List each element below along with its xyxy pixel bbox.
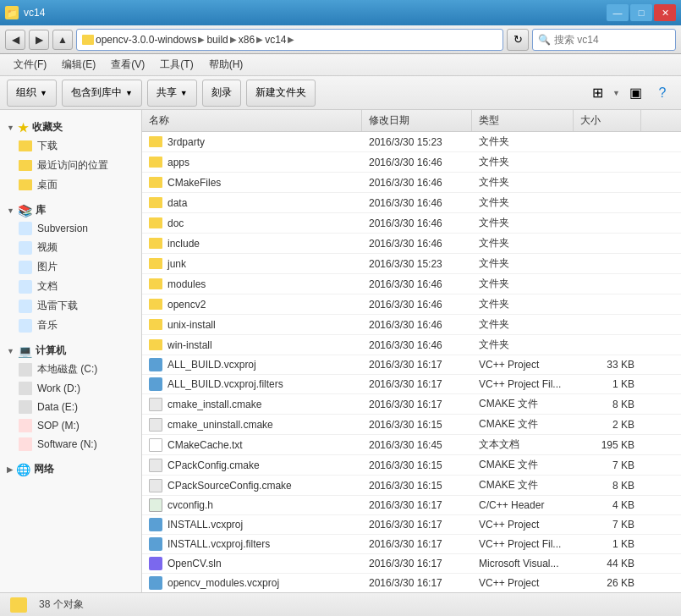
file-name: data [168,197,187,209]
video-icon [19,241,32,255]
new-folder-button[interactable]: 新建文件夹 [246,80,316,107]
forward-button[interactable]: ▶ [29,30,49,50]
breadcrumb[interactable]: opencv-3.0.0-windows ▶ build ▶ x86 ▶ vc1… [76,29,503,51]
view-chevron: ▼ [612,89,620,97]
col-header-name[interactable]: 名称 [142,110,362,131]
sidebar-item-documents[interactable]: 文档 [0,277,141,296]
table-row[interactable]: ALL_BUILD.vcxproj.filters 2016/3/30 16:1… [142,375,681,394]
table-row[interactable]: OpenCV.sln 2016/3/30 16:17 Microsoft Vis… [142,554,681,574]
breadcrumb-item-3[interactable]: x86 [239,34,255,46]
table-row[interactable]: doc 2016/3/30 16:46 文件夹 [142,213,681,234]
sidebar-item-drive-e[interactable]: Data (E:) [0,398,141,416]
menu-tools[interactable]: 工具(T) [153,56,200,74]
file-cell-name: unix-install [142,316,362,333]
maximize-button[interactable]: □ [630,4,652,21]
file-name: modules [168,278,206,290]
table-row[interactable]: opencv_modules.vcxproj 2016/3/30 16:17 V… [142,574,681,592]
table-row[interactable]: CPackSourceConfig.cmake 2016/3/30 16:15 … [142,476,681,496]
table-row[interactable]: cvconfig.h 2016/3/30 16:17 C/C++ Header … [142,496,681,515]
file-cell-type: 文件夹 [472,335,574,355]
burn-button[interactable]: 刻录 [202,80,241,107]
table-row[interactable]: INSTALL.vcxproj.filters 2016/3/30 16:17 … [142,535,681,554]
breadcrumb-item-2[interactable]: build [206,34,228,46]
table-row[interactable]: apps 2016/3/30 16:46 文件夹 [142,152,681,173]
file-cell-name: ALL_BUILD.vcxproj [142,355,362,374]
sidebar-item-recent[interactable]: 最近访问的位置 [0,156,141,175]
sidebar-section-favorites[interactable]: ▼ ★ 收藏夹 [0,117,141,136]
file-cell-size: 1 KB [574,376,641,393]
table-row[interactable]: opencv2 2016/3/30 16:46 文件夹 [142,294,681,315]
menu-view[interactable]: 查看(V) [104,56,151,74]
sidebar-item-drive-m[interactable]: SOP (M:) [0,416,141,435]
table-row[interactable]: modules 2016/3/30 16:46 文件夹 [142,274,681,294]
file-list-area[interactable]: 名称 修改日期 类型 大小 3rdparty 2016/3/30 15:23 文… [142,110,681,592]
table-row[interactable]: cmake_install.cmake 2016/3/30 16:17 CMAK… [142,394,681,415]
sidebar-item-music[interactable]: 音乐 [0,316,141,335]
title-bar: 📁 vc14 — □ ✕ [0,0,681,25]
menu-edit[interactable]: 编辑(E) [55,56,102,74]
breadcrumb-item-1[interactable]: opencv-3.0.0-windows [96,34,196,46]
refresh-button[interactable]: ↻ [507,29,529,51]
file-cell-type: 文件夹 [472,315,574,334]
col-header-date[interactable]: 修改日期 [362,110,472,131]
search-box[interactable]: 🔍 [532,29,676,51]
favorites-chevron: ▼ [7,124,14,132]
sidebar-item-drive-d[interactable]: Work (D:) [0,379,141,398]
close-button[interactable]: ✕ [654,4,676,21]
sidebar-item-desktop[interactable]: 桌面 [0,175,141,195]
sidebar-section-computer[interactable]: ▼ 💻 计算机 [0,340,141,360]
search-input[interactable] [554,34,670,46]
file-cell-type: 文件夹 [472,132,574,151]
table-row[interactable]: 3rdparty 2016/3/30 15:23 文件夹 [142,132,681,152]
sidebar-item-drive-c[interactable]: 本地磁盘 (C:) [0,360,141,379]
table-row[interactable]: CMakeFiles 2016/3/30 16:46 文件夹 [142,173,681,193]
view-list-button[interactable]: ⊞ [585,81,609,105]
table-row[interactable]: data 2016/3/30 16:46 文件夹 [142,193,681,213]
burn-label: 刻录 [211,85,232,100]
col-header-size[interactable]: 大小 [574,110,641,131]
sidebar-item-video[interactable]: 视频 [0,238,141,257]
table-row[interactable]: ALL_BUILD.vcxproj 2016/3/30 16:17 VC++ P… [142,355,681,375]
table-row[interactable]: include 2016/3/30 16:46 文件夹 [142,234,681,254]
table-row[interactable]: junk 2016/3/30 15:23 文件夹 [142,254,681,274]
file-cell-size [574,221,641,226]
menu-file[interactable]: 文件(F) [7,56,53,74]
file-cell-size: 8 KB [574,477,641,494]
table-row[interactable]: CPackConfig.cmake 2016/3/30 16:15 CMAKE … [142,455,681,476]
sidebar-section-library[interactable]: ▼ 📚 库 [0,200,141,219]
file-cell-size: 33 KB [574,356,641,373]
table-row[interactable]: INSTALL.vcxproj 2016/3/30 16:17 VC++ Pro… [142,515,681,535]
file-cell-type: 文件夹 [472,152,574,172]
table-row[interactable]: cmake_uninstall.cmake 2016/3/30 16:15 CM… [142,415,681,435]
file-cell-type: 文本文档 [472,435,574,454]
organize-button[interactable]: 组织 ▼ [7,80,57,107]
breadcrumb-label-1: opencv-3.0.0-windows [96,34,196,46]
table-row[interactable]: win-install 2016/3/30 16:46 文件夹 [142,335,681,355]
sidebar-item-thunder[interactable]: 迅雷下载 [0,296,141,316]
minimize-button[interactable]: — [607,4,629,21]
table-row[interactable]: CMakeCache.txt 2016/3/30 16:45 文本文档 195 … [142,435,681,455]
share-button[interactable]: 共享 ▼ [147,80,197,107]
file-cell-name: ALL_BUILD.vcxproj.filters [142,375,362,393]
main-layout: ▼ ★ 收藏夹 下载 最近访问的位置 桌面 ▼ 📚 库 Subversion [0,110,681,592]
breadcrumb-item-4[interactable]: vc14 [265,34,286,46]
col-header-type[interactable]: 类型 [472,110,574,131]
file-cell-name: OpenCV.sln [142,554,362,573]
help-button[interactable]: ? [651,81,674,105]
sidebar-item-downloads[interactable]: 下载 [0,136,141,156]
sidebar-item-subversion[interactable]: Subversion [0,219,141,238]
add-to-library-button[interactable]: 包含到库中 ▼ [62,80,142,107]
file-cell-name: CPackSourceConfig.cmake [142,476,362,495]
sidebar-item-drive-n[interactable]: Software (N:) [0,435,141,454]
file-name: opencv2 [168,299,206,311]
breadcrumb-sep-2: ▶ [230,35,237,44]
table-row[interactable]: unix-install 2016/3/30 16:46 文件夹 [142,315,681,335]
file-cell-name: modules [142,276,362,293]
view-preview-button[interactable]: ▣ [623,81,647,105]
menu-help[interactable]: 帮助(H) [202,56,250,74]
file-cell-type: 文件夹 [472,274,574,294]
sidebar-section-network[interactable]: ▶ 🌐 网络 [0,459,141,478]
up-button[interactable]: ▲ [52,30,73,50]
sidebar-item-pictures[interactable]: 图片 [0,257,141,277]
back-button[interactable]: ◀ [5,30,25,50]
